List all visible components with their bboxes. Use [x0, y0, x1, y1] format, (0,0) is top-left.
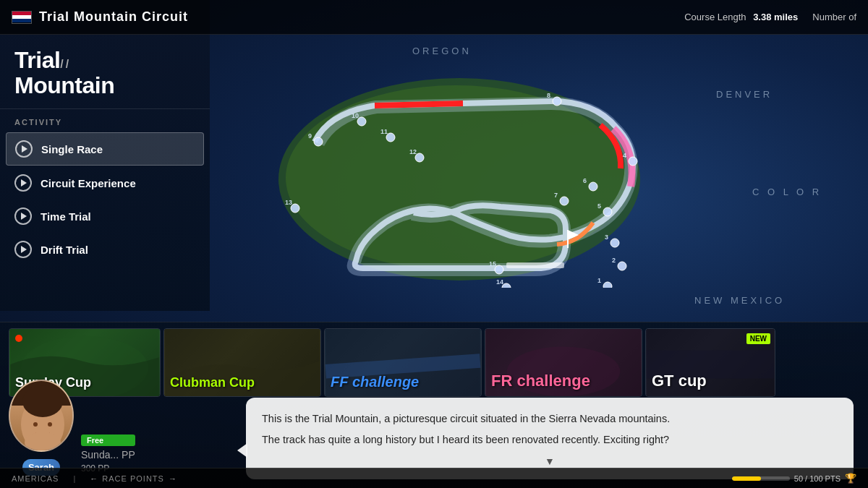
- svg-text:3: 3: [605, 234, 608, 241]
- points-display: 50 / 100 PTS: [794, 474, 841, 483]
- ff-challenge-title: FF challenge: [331, 374, 419, 390]
- map-label-color: C O L O R: [752, 187, 822, 197]
- course-length-label: Course Length 3.38 miles: [684, 12, 798, 22]
- single-race-icon: [15, 140, 33, 158]
- svg-text:2: 2: [612, 257, 616, 264]
- svg-point-29: [603, 282, 612, 288]
- fr-challenge-title: FR challenge: [491, 372, 590, 390]
- single-race-label: Single Race: [41, 143, 103, 155]
- header-stats: Course Length 3.38 miles Number of: [684, 12, 856, 22]
- drift-trial-label: Drift Trial: [41, 244, 88, 256]
- dialog-more-indicator[interactable]: ▼: [262, 453, 838, 469]
- arrow-right[interactable]: →: [169, 474, 176, 483]
- activity-list: Single Race Circuit Experience Time Tria…: [0, 132, 210, 265]
- map-label-denver: Denver: [716, 89, 773, 100]
- svg-point-19: [603, 207, 612, 216]
- svg-rect-2: [506, 262, 564, 268]
- circuit-experience-label: Circuit Experience: [41, 177, 136, 189]
- pp-text: Sunda... PP: [81, 449, 135, 461]
- track-logo-text: Trial//Mountain: [14, 48, 195, 98]
- drift-trial-icon: [14, 241, 32, 258]
- svg-point-5: [314, 137, 323, 146]
- dialog-text-line2: The track has quite a long history but I…: [262, 432, 838, 448]
- header-title: Trial Mountain Circuit: [39, 9, 684, 25]
- us-flag-icon: [12, 11, 32, 24]
- circuit-experience-icon: [14, 174, 32, 192]
- race-card-ff[interactable]: FF challenge: [324, 328, 482, 397]
- header: Trial Mountain Circuit Course Length 3.3…: [0, 0, 868, 35]
- svg-text:13: 13: [285, 199, 292, 206]
- sunday-cup-indicator: [15, 335, 22, 342]
- svg-text:9: 9: [308, 132, 312, 140]
- svg-point-27: [618, 262, 626, 270]
- clubman-cup-title: Clubman Cup: [170, 375, 255, 390]
- gt-cup-title: GT cup: [652, 372, 707, 390]
- svg-text:11: 11: [380, 128, 388, 135]
- arrow-left[interactable]: ←: [90, 474, 98, 483]
- map-label-new-mexico: NEW MEXICO: [694, 295, 785, 306]
- track-area: OREGON Denver C O L O R NEW MEXICO: [210, 35, 868, 322]
- status-bar: AMERICAS | ← RACE POINTS → 50 / 100 PTS …: [0, 468, 868, 488]
- track-map-svg: 9 10 11 12 13 8 4 5 6 7 3 2 1: [246, 56, 665, 288]
- svg-text:14: 14: [496, 278, 503, 286]
- activity-section-label: ACTIVITY: [0, 109, 210, 132]
- free-badge: Free: [81, 435, 135, 446]
- svg-point-45: [22, 385, 63, 417]
- svg-point-47: [48, 422, 52, 427]
- number-label: Number of: [812, 12, 856, 22]
- svg-point-46: [33, 422, 38, 427]
- race-points-label: ← RACE POINTS →: [90, 474, 176, 483]
- svg-text:5: 5: [597, 202, 601, 210]
- svg-point-1: [286, 85, 626, 270]
- activity-single-race[interactable]: Single Race: [6, 132, 204, 166]
- race-card-clubman[interactable]: Clubman Cup: [163, 328, 321, 397]
- svg-text:6: 6: [583, 177, 587, 184]
- svg-point-17: [629, 157, 637, 166]
- svg-text:8: 8: [547, 92, 550, 99]
- svg-point-23: [560, 197, 569, 205]
- time-trial-icon: [14, 207, 32, 225]
- new-badge: NEW: [746, 333, 770, 344]
- points-fill: [732, 476, 761, 481]
- race-cards: Sunday Cup Clubman Cup FF challenge: [0, 322, 868, 402]
- svg-text:1: 1: [597, 277, 601, 284]
- region-label: AMERICAS: [12, 474, 59, 483]
- dialog-text-line1: This is the Trial Mountain, a picturesqu…: [262, 411, 838, 427]
- avatar: [9, 380, 74, 452]
- svg-text:10: 10: [352, 112, 359, 119]
- bottom-section: Sunday Cup Clubman Cup FF challenge: [0, 322, 868, 488]
- time-trial-label: Time Trial: [41, 210, 91, 223]
- track-logo: Trial//Mountain: [0, 35, 210, 109]
- svg-point-15: [553, 97, 561, 106]
- race-card-fr[interactable]: FR challenge: [485, 328, 642, 397]
- svg-point-25: [610, 239, 619, 247]
- activity-circuit-experience[interactable]: Circuit Experience: [6, 167, 204, 199]
- map-label-oregon: OREGON: [412, 46, 472, 56]
- svg-text:4: 4: [623, 152, 626, 159]
- trophy-icon: 🏆: [845, 473, 856, 484]
- sidebar: Trial//Mountain ACTIVITY Single Race Cir…: [0, 0, 210, 311]
- race-card-gt[interactable]: NEW GT cup: [645, 328, 775, 397]
- svg-text:12: 12: [409, 148, 417, 155]
- svg-text:7: 7: [554, 192, 558, 199]
- points-bar: 50 / 100 PTS 🏆: [732, 473, 856, 484]
- activity-drift-trial[interactable]: Drift Trial: [6, 234, 204, 265]
- activity-time-trial[interactable]: Time Trial: [6, 200, 204, 232]
- svg-text:15: 15: [489, 260, 496, 267]
- svg-point-21: [589, 182, 597, 191]
- points-progress-bar: [732, 476, 790, 481]
